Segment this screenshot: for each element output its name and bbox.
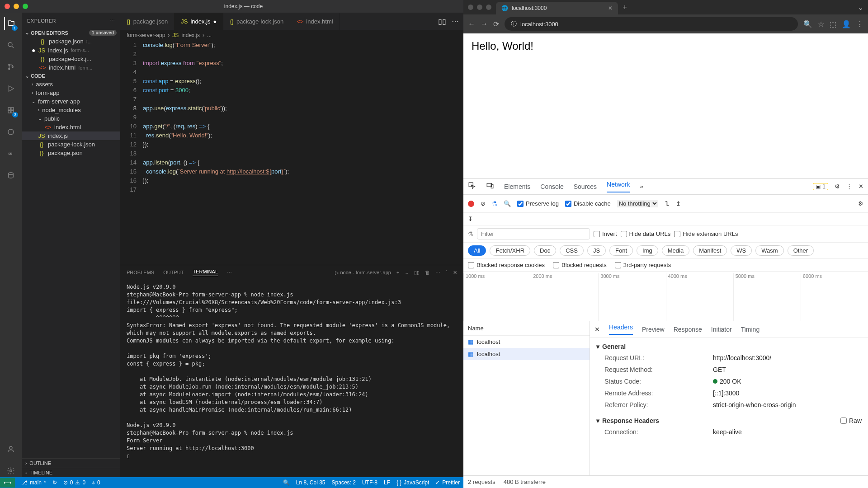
terminal-task-name[interactable]: ▷ node - form-server-app: [335, 270, 391, 276]
terminal-output[interactable]: Node.js v20.9.0 stephan@MacBook-Pro form…: [120, 280, 463, 477]
profile-icon[interactable]: 👤: [842, 20, 851, 28]
more-icon[interactable]: ⋯: [110, 18, 115, 23]
cursor-position[interactable]: Ln 8, Col 35: [296, 479, 326, 486]
preserve-log-checkbox[interactable]: Preserve log: [517, 200, 559, 207]
url-bar[interactable]: ⓘ localhost:3000: [505, 17, 798, 31]
minimize-window[interactable]: [14, 4, 19, 9]
reload-icon[interactable]: ⟳: [493, 20, 499, 28]
debug-icon[interactable]: [5, 82, 17, 95]
request-item[interactable]: ▦localhost: [463, 336, 590, 348]
outline-section[interactable]: ›OUTLINE: [22, 458, 120, 468]
split-terminal-icon[interactable]: ▯▯: [414, 270, 420, 276]
explorer-icon[interactable]: 1: [4, 17, 17, 30]
filter-doc[interactable]: Doc: [534, 245, 556, 256]
filter-fetch/xhr[interactable]: Fetch/XHR: [490, 245, 530, 256]
bookmark-icon[interactable]: ☆: [818, 20, 824, 28]
filter-other[interactable]: Other: [788, 245, 814, 256]
file-item[interactable]: <>index.html: [22, 123, 120, 131]
more-icon[interactable]: ⋯: [452, 17, 459, 26]
more-icon[interactable]: ⋯: [227, 270, 232, 276]
tab-preview[interactable]: Preview: [642, 326, 665, 333]
filter-font[interactable]: Font: [609, 245, 633, 256]
tab-timing[interactable]: Timing: [741, 326, 760, 333]
open-editor-item[interactable]: <>index.html form...: [22, 63, 120, 72]
language-mode[interactable]: { } JavaScript: [396, 479, 429, 486]
filter-img[interactable]: Img: [637, 245, 658, 256]
new-tab-icon[interactable]: +: [623, 3, 627, 11]
more-tabs-icon[interactable]: »: [640, 183, 643, 190]
remote-indicator[interactable]: ⟷: [0, 478, 15, 488]
upload-icon[interactable]: ↥: [676, 200, 681, 207]
split-editor-icon[interactable]: ▯▯: [438, 17, 446, 26]
tab-network[interactable]: Network: [607, 181, 630, 192]
third-party-checkbox[interactable]: 3rd-party requests: [615, 262, 671, 268]
filter-icon[interactable]: ⚗: [492, 200, 497, 207]
more-icon[interactable]: ⋮: [846, 183, 852, 190]
breadcrumb[interactable]: form-server-app › JSindex.js › ...: [120, 30, 463, 41]
maximize-window[interactable]: [486, 5, 491, 10]
general-section[interactable]: ▾General: [596, 341, 862, 352]
indentation[interactable]: Spaces: 2: [332, 479, 356, 486]
file-item[interactable]: JSindex.js: [22, 131, 120, 140]
close-tab-icon[interactable]: ✕: [608, 5, 613, 11]
new-terminal-icon[interactable]: +: [396, 270, 399, 275]
close-detail-icon[interactable]: ✕: [594, 326, 600, 333]
editor-tab[interactable]: JSindex.js ●: [175, 13, 223, 30]
maximize-window[interactable]: [23, 4, 28, 9]
disable-cache-checkbox[interactable]: Disable cache: [565, 200, 611, 207]
filter-all[interactable]: All: [468, 245, 486, 256]
eol[interactable]: LF: [384, 479, 390, 486]
problems-tab[interactable]: PROBLEMS: [127, 270, 154, 275]
editor-tab[interactable]: {}package-lock.json: [223, 13, 290, 30]
forward-icon[interactable]: →: [481, 20, 488, 28]
source-control-icon[interactable]: [5, 61, 17, 73]
blocked-cookies-checkbox[interactable]: Blocked response cookies: [468, 262, 545, 268]
folder-item[interactable]: ›node_modules: [22, 106, 120, 114]
zoom-icon[interactable]: 🔍: [803, 20, 812, 28]
raw-checkbox[interactable]: Raw: [840, 417, 862, 424]
tab-elements[interactable]: Elements: [504, 183, 530, 190]
response-headers-section[interactable]: ▾Response Headers Raw: [596, 415, 862, 426]
git-branch[interactable]: ⎇ main*: [21, 479, 46, 486]
filter-ws[interactable]: WS: [731, 245, 752, 256]
timeline-section[interactable]: ›TIMELINE: [22, 468, 120, 477]
open-editor-item[interactable]: {}package.json f...: [22, 37, 120, 46]
filter-media[interactable]: Media: [662, 245, 689, 256]
editor-tab[interactable]: {}package.json: [120, 13, 175, 30]
sync-icon[interactable]: ↻: [52, 479, 57, 486]
folder-item[interactable]: ›form-app: [22, 89, 120, 97]
minimize-window[interactable]: [477, 5, 482, 10]
close-window[interactable]: [468, 5, 473, 10]
back-icon[interactable]: ←: [468, 20, 475, 28]
tab-console[interactable]: Console: [540, 183, 563, 190]
chevron-down-icon[interactable]: ⌄: [858, 3, 863, 12]
close-icon[interactable]: ✕: [453, 270, 457, 276]
tab-response[interactable]: Response: [674, 326, 702, 333]
inspect-icon[interactable]: [468, 182, 476, 191]
settings-icon[interactable]: ⚙: [835, 183, 840, 190]
open-editors-section[interactable]: ⌄OPEN EDITORS 1 unsaved: [22, 28, 120, 37]
file-item[interactable]: {}package.json: [22, 149, 120, 157]
errors-count[interactable]: ⊘ 0 ⚠ 0: [63, 479, 85, 486]
record-icon[interactable]: [468, 201, 474, 207]
search-icon[interactable]: [5, 39, 17, 52]
device-toggle-icon[interactable]: [486, 182, 494, 191]
settings-icon[interactable]: [5, 465, 17, 477]
invert-checkbox[interactable]: Invert: [594, 230, 617, 237]
folder-item[interactable]: ›assets: [22, 80, 120, 89]
network-timeline[interactable]: 1000 ms2000 ms3000 ms4000 ms5000 ms6000 …: [463, 272, 868, 321]
clear-icon[interactable]: ⊘: [481, 200, 486, 207]
filter-manifest[interactable]: Manifest: [693, 245, 727, 256]
file-item[interactable]: {}package-lock.json: [22, 140, 120, 149]
request-list-header[interactable]: Name: [463, 321, 590, 336]
output-tab[interactable]: OUTPUT: [163, 270, 184, 275]
throttling-select[interactable]: No throttling: [617, 200, 658, 207]
tab-initiator[interactable]: Initiator: [711, 326, 732, 333]
filter-css[interactable]: CSS: [560, 245, 584, 256]
encoding[interactable]: UTF-8: [362, 479, 377, 486]
browser-tab[interactable]: 🌐 localhost:3000 ✕: [496, 2, 618, 14]
account-icon[interactable]: [5, 443, 17, 455]
more-icon[interactable]: ⋯: [435, 270, 440, 276]
hide-extension-urls-checkbox[interactable]: Hide extension URLs: [674, 230, 738, 237]
extensions-icon[interactable]: 3: [5, 104, 17, 117]
